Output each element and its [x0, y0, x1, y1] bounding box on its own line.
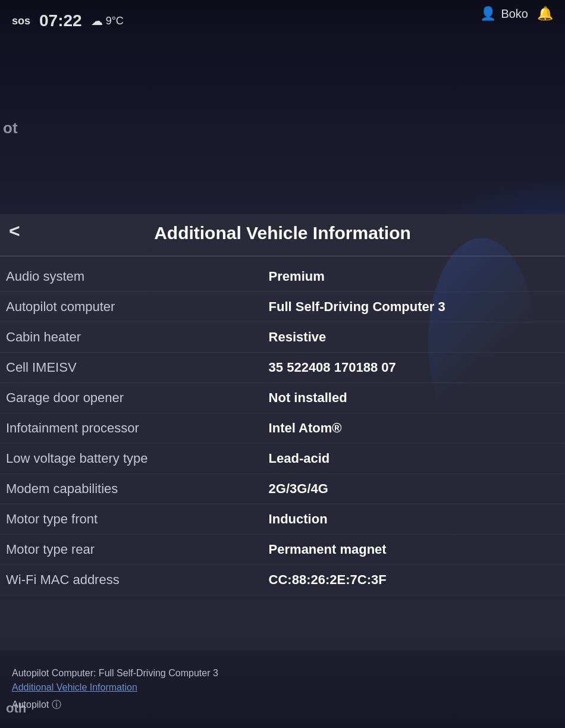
bell-icon[interactable]: 🔔 [537, 6, 553, 21]
background-panel [0, 42, 565, 238]
table-row: Wi-Fi MAC addressCC:88:26:2E:7C:3F [0, 565, 565, 595]
row-value: Resistive [269, 330, 553, 345]
row-label: Low voltage battery type [6, 451, 269, 466]
row-value: Induction [269, 512, 553, 527]
row-label: Motor type rear [6, 542, 269, 557]
row-value: Intel Atom® [269, 421, 553, 436]
table-row: Motor type frontInduction [0, 504, 565, 535]
user-info: 👤 Boko [480, 6, 528, 21]
row-value: Permanent magnet [269, 542, 553, 557]
row-value: Premium [269, 269, 553, 284]
bottom-bar: Autopilot Computer: Full Self-Driving Co… [0, 651, 565, 728]
row-label: Garage door opener [6, 390, 269, 406]
table-row: Motor type rearPermanent magnet [0, 535, 565, 565]
bottom-info-text: Autopilot Computer: Full Self-Driving Co… [12, 668, 553, 679]
weather-display: ☁ 9°C [91, 14, 124, 28]
row-value: Full Self-Driving Computer 3 [269, 299, 553, 315]
row-value: CC:88:26:2E:7C:3F [269, 572, 553, 588]
row-value: 35 522408 170188 07 [269, 360, 553, 375]
clock: 07:22 [39, 11, 82, 30]
table-row: Cabin heaterResistive [0, 322, 565, 353]
bottom-nav-area: Autopilot ⓘ [12, 699, 553, 711]
user-area: 👤 Boko 🔔 [480, 6, 553, 21]
row-label: Cell IMEISV [6, 360, 269, 375]
row-value: Not installed [269, 390, 553, 406]
page-title: Additional Vehicle Information [0, 223, 565, 243]
cloud-icon: ☁ [91, 14, 103, 28]
user-avatar-icon: 👤 [480, 6, 496, 21]
sos-indicator: sos [12, 15, 30, 27]
table-row: Modem capabilities2G/3G/4G [0, 474, 565, 504]
bottom-link-text[interactable]: Additional Vehicle Information [12, 682, 553, 693]
table-row: Cell IMEISV35 522408 170188 07 [0, 353, 565, 383]
row-label: Cabin heater [6, 330, 269, 345]
row-label: Motor type front [6, 512, 269, 527]
row-label: Modem capabilities [6, 481, 269, 497]
temperature: 9°C [106, 15, 124, 27]
row-value: Lead-acid [269, 451, 553, 466]
table-row: Autopilot computerFull Self-Driving Comp… [0, 292, 565, 322]
partial-text-top: ot [3, 119, 18, 137]
partial-text-bottom: oth [6, 701, 26, 716]
table-row: Audio systemPremium [0, 262, 565, 292]
row-label: Infotainment processor [6, 421, 269, 436]
info-table: Audio systemPremiumAutopilot computerFul… [0, 262, 565, 595]
username: Boko [501, 7, 528, 21]
table-row: Infotainment processorIntel Atom® [0, 413, 565, 444]
row-label: Audio system [6, 269, 269, 284]
table-row: Garage door openerNot installed [0, 383, 565, 413]
row-label: Autopilot computer [6, 299, 269, 315]
row-value: 2G/3G/4G [269, 481, 553, 497]
table-row: Low voltage battery typeLead-acid [0, 444, 565, 474]
row-label: Wi-Fi MAC address [6, 572, 269, 588]
divider [0, 256, 565, 256]
